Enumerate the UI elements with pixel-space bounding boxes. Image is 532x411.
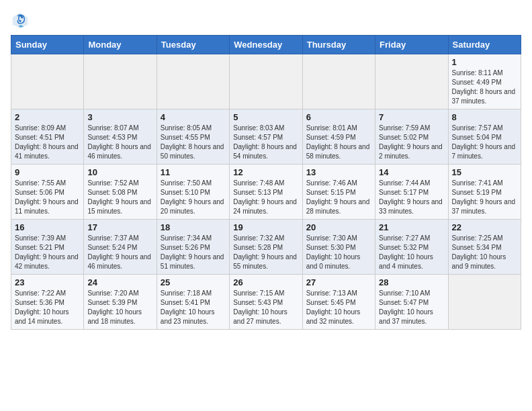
day-number: 16: [15, 222, 80, 232]
calendar-cell: 7Sunrise: 7:59 AM Sunset: 5:02 PM Daylig…: [375, 109, 448, 165]
day-number: 15: [452, 167, 517, 177]
calendar-cell: 18Sunrise: 7:34 AM Sunset: 5:26 PM Dayli…: [157, 220, 229, 275]
logo-icon: [11, 11, 30, 30]
day-info: Sunrise: 8:07 AM Sunset: 4:53 PM Dayligh…: [87, 124, 152, 161]
calendar-cell: 27Sunrise: 7:13 AM Sunset: 5:45 PM Dayli…: [302, 275, 375, 330]
calendar-cell: 16Sunrise: 7:39 AM Sunset: 5:21 PM Dayli…: [11, 220, 84, 275]
day-number: 5: [233, 112, 298, 122]
day-info: Sunrise: 7:39 AM Sunset: 5:21 PM Dayligh…: [15, 234, 80, 271]
calendar-cell: [302, 54, 375, 109]
calendar-cell: 28Sunrise: 7:10 AM Sunset: 5:47 PM Dayli…: [375, 275, 448, 330]
day-info: Sunrise: 7:55 AM Sunset: 5:06 PM Dayligh…: [15, 179, 80, 216]
day-number: 14: [379, 167, 444, 177]
day-info: Sunrise: 7:25 AM Sunset: 5:34 PM Dayligh…: [452, 234, 517, 271]
calendar-cell: 8Sunrise: 7:57 AM Sunset: 5:04 PM Daylig…: [448, 109, 521, 165]
day-info: Sunrise: 8:05 AM Sunset: 4:55 PM Dayligh…: [161, 124, 226, 161]
day-info: Sunrise: 7:46 AM Sunset: 5:15 PM Dayligh…: [306, 179, 371, 216]
day-number: 17: [87, 222, 152, 232]
calendar-weekday-thursday: Thursday: [302, 36, 375, 54]
day-number: 13: [306, 167, 371, 177]
calendar-cell: 14Sunrise: 7:44 AM Sunset: 5:17 PM Dayli…: [375, 165, 448, 220]
calendar-cell: 26Sunrise: 7:15 AM Sunset: 5:43 PM Dayli…: [230, 275, 302, 330]
day-number: 26: [233, 277, 298, 287]
calendar-header-row: SundayMondayTuesdayWednesdayThursdayFrid…: [11, 36, 521, 54]
calendar-cell: [157, 54, 229, 109]
day-number: 8: [452, 112, 517, 122]
day-info: Sunrise: 7:37 AM Sunset: 5:24 PM Dayligh…: [87, 234, 152, 271]
day-info: Sunrise: 7:57 AM Sunset: 5:04 PM Dayligh…: [452, 124, 517, 161]
day-number: 22: [452, 222, 517, 232]
day-number: 9: [15, 167, 80, 177]
calendar-cell: 13Sunrise: 7:46 AM Sunset: 5:15 PM Dayli…: [302, 165, 375, 220]
day-number: 28: [379, 277, 444, 287]
calendar-cell: [230, 54, 302, 109]
day-info: Sunrise: 7:22 AM Sunset: 5:36 PM Dayligh…: [15, 289, 80, 326]
day-info: Sunrise: 7:32 AM Sunset: 5:28 PM Dayligh…: [233, 234, 298, 271]
day-number: 3: [87, 112, 152, 122]
day-number: 4: [161, 112, 226, 122]
day-info: Sunrise: 7:59 AM Sunset: 5:02 PM Dayligh…: [379, 124, 444, 161]
calendar-cell: [375, 54, 448, 109]
day-info: Sunrise: 7:10 AM Sunset: 5:47 PM Dayligh…: [379, 289, 444, 326]
calendar-week-4: 16Sunrise: 7:39 AM Sunset: 5:21 PM Dayli…: [11, 220, 521, 275]
day-info: Sunrise: 7:34 AM Sunset: 5:26 PM Dayligh…: [161, 234, 226, 271]
calendar-week-1: 1Sunrise: 8:11 AM Sunset: 4:49 PM Daylig…: [11, 54, 521, 109]
day-info: Sunrise: 7:30 AM Sunset: 5:30 PM Dayligh…: [306, 234, 371, 271]
logo: [11, 11, 32, 30]
day-number: 10: [87, 167, 152, 177]
day-info: Sunrise: 7:27 AM Sunset: 5:32 PM Dayligh…: [379, 234, 444, 271]
calendar-cell: 15Sunrise: 7:41 AM Sunset: 5:19 PM Dayli…: [448, 165, 521, 220]
day-number: 11: [161, 167, 226, 177]
day-number: 24: [87, 277, 152, 287]
day-info: Sunrise: 7:44 AM Sunset: 5:17 PM Dayligh…: [379, 179, 444, 216]
calendar-cell: 9Sunrise: 7:55 AM Sunset: 5:06 PM Daylig…: [11, 165, 84, 220]
calendar-cell: 23Sunrise: 7:22 AM Sunset: 5:36 PM Dayli…: [11, 275, 84, 330]
calendar-cell: 24Sunrise: 7:20 AM Sunset: 5:39 PM Dayli…: [84, 275, 157, 330]
day-number: 6: [306, 112, 371, 122]
calendar-cell: 1Sunrise: 8:11 AM Sunset: 4:49 PM Daylig…: [448, 54, 521, 109]
day-info: Sunrise: 7:15 AM Sunset: 5:43 PM Dayligh…: [233, 289, 298, 326]
day-number: 18: [161, 222, 226, 232]
day-info: Sunrise: 7:13 AM Sunset: 5:45 PM Dayligh…: [306, 289, 371, 326]
calendar-weekday-saturday: Saturday: [448, 36, 521, 54]
calendar-cell: 5Sunrise: 8:03 AM Sunset: 4:57 PM Daylig…: [230, 109, 302, 165]
day-number: 25: [161, 277, 226, 287]
day-info: Sunrise: 7:41 AM Sunset: 5:19 PM Dayligh…: [452, 179, 517, 216]
page-container: SundayMondayTuesdayWednesdayThursdayFrid…: [0, 0, 532, 335]
day-number: 27: [306, 277, 371, 287]
calendar-cell: [84, 54, 157, 109]
calendar-cell: 11Sunrise: 7:50 AM Sunset: 5:10 PM Dayli…: [157, 165, 229, 220]
calendar-week-3: 9Sunrise: 7:55 AM Sunset: 5:06 PM Daylig…: [11, 165, 521, 220]
calendar-cell: 10Sunrise: 7:52 AM Sunset: 5:08 PM Dayli…: [84, 165, 157, 220]
calendar-cell: 17Sunrise: 7:37 AM Sunset: 5:24 PM Dayli…: [84, 220, 157, 275]
calendar-weekday-monday: Monday: [84, 36, 157, 54]
day-number: 7: [379, 112, 444, 122]
calendar-weekday-friday: Friday: [375, 36, 448, 54]
day-info: Sunrise: 7:18 AM Sunset: 5:41 PM Dayligh…: [161, 289, 226, 326]
calendar-cell: 20Sunrise: 7:30 AM Sunset: 5:30 PM Dayli…: [302, 220, 375, 275]
calendar-week-2: 2Sunrise: 8:09 AM Sunset: 4:51 PM Daylig…: [11, 109, 521, 165]
day-number: 20: [306, 222, 371, 232]
day-number: 2: [15, 112, 80, 122]
calendar-table: SundayMondayTuesdayWednesdayThursdayFrid…: [11, 35, 521, 330]
calendar-cell: 25Sunrise: 7:18 AM Sunset: 5:41 PM Dayli…: [157, 275, 229, 330]
calendar-cell: 4Sunrise: 8:05 AM Sunset: 4:55 PM Daylig…: [157, 109, 229, 165]
day-number: 23: [15, 277, 80, 287]
calendar-weekday-tuesday: Tuesday: [157, 36, 229, 54]
day-info: Sunrise: 7:20 AM Sunset: 5:39 PM Dayligh…: [87, 289, 152, 326]
day-info: Sunrise: 8:03 AM Sunset: 4:57 PM Dayligh…: [233, 124, 298, 161]
calendar-cell: [11, 54, 84, 109]
calendar-cell: 12Sunrise: 7:48 AM Sunset: 5:13 PM Dayli…: [230, 165, 302, 220]
day-info: Sunrise: 7:50 AM Sunset: 5:10 PM Dayligh…: [161, 179, 226, 216]
calendar-cell: 2Sunrise: 8:09 AM Sunset: 4:51 PM Daylig…: [11, 109, 84, 165]
day-info: Sunrise: 7:52 AM Sunset: 5:08 PM Dayligh…: [87, 179, 152, 216]
day-info: Sunrise: 8:11 AM Sunset: 4:49 PM Dayligh…: [452, 68, 517, 106]
calendar-week-5: 23Sunrise: 7:22 AM Sunset: 5:36 PM Dayli…: [11, 275, 521, 330]
day-info: Sunrise: 8:09 AM Sunset: 4:51 PM Dayligh…: [15, 124, 80, 161]
calendar-cell: [448, 275, 521, 330]
calendar-cell: 19Sunrise: 7:32 AM Sunset: 5:28 PM Dayli…: [230, 220, 302, 275]
day-info: Sunrise: 7:48 AM Sunset: 5:13 PM Dayligh…: [233, 179, 298, 216]
day-number: 12: [233, 167, 298, 177]
day-info: Sunrise: 8:01 AM Sunset: 4:59 PM Dayligh…: [306, 124, 371, 161]
calendar-weekday-wednesday: Wednesday: [230, 36, 302, 54]
